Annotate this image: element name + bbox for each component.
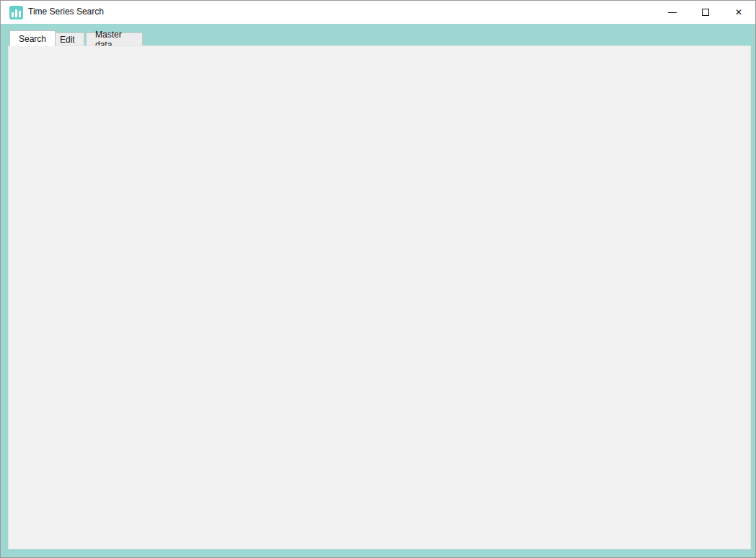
window-controls: — ✕: [656, 1, 755, 24]
maximize-button[interactable]: [689, 1, 722, 24]
tab-edit[interactable]: Edit: [50, 32, 84, 46]
window-title: Time Series Search: [28, 6, 104, 17]
bar-chart-app-icon: [9, 6, 23, 19]
tab-master-data[interactable]: Master data: [86, 32, 143, 46]
close-icon: ✕: [735, 7, 742, 17]
minimize-button[interactable]: —: [656, 1, 689, 24]
close-button[interactable]: ✕: [722, 1, 755, 24]
minimize-icon: —: [668, 7, 677, 17]
maximize-icon: [702, 9, 709, 16]
title-bar: Time Series Search — ✕: [1, 1, 755, 24]
app-window: Time Series Search — ✕ Search Edit Maste…: [0, 0, 756, 558]
tab-search[interactable]: Search: [9, 30, 56, 46]
search-tab-panel: [8, 45, 751, 549]
